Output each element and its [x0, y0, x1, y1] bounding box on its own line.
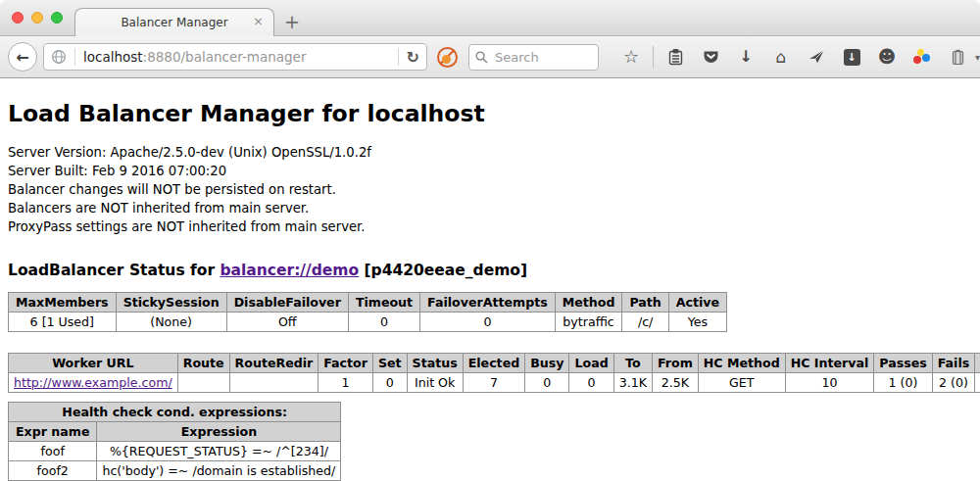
table-row: 6 [1 Used] (None) Off 0 0 bytraffic /c/ … — [9, 313, 727, 332]
data-cell: Init Ok — [407, 373, 463, 393]
header-cell: Passes — [874, 354, 932, 373]
worker-url-cell: http://www.example.com/ — [9, 373, 178, 393]
data-cell: 0 — [569, 373, 613, 393]
browser-window: Balancer Manager × + ← localhost:8880/ba… — [0, 0, 980, 481]
header-cell: FailoverAttempts — [420, 293, 556, 313]
data-cell: (None) — [116, 313, 226, 332]
data-cell: bytraffic — [555, 313, 622, 332]
titlebar: Balancer Manager × + — [0, 0, 980, 36]
header-cell: HC uri — [975, 354, 980, 373]
header-cell: Busy — [525, 354, 569, 373]
table-title-row: Health check cond. expressions: — [9, 403, 341, 422]
header-cell: Path — [622, 293, 668, 313]
close-window-button[interactable] — [12, 12, 24, 24]
expression-cell: hc('body') =~ /domain is established/ — [97, 461, 341, 481]
server-version-line: Server Version: Apache/2.5.0-dev (Unix) … — [8, 143, 972, 162]
data-cell — [229, 373, 318, 393]
urlbar-divider — [398, 48, 399, 66]
url-bar[interactable]: localhost:8880/balancer-manager ↻ — [43, 43, 427, 71]
home-icon[interactable]: ⌂ — [770, 49, 792, 66]
pocket-icon[interactable] — [700, 49, 721, 65]
chevron-down-icon[interactable]: ▾ — [975, 52, 980, 63]
header-cell: Expr name — [9, 422, 97, 442]
table-row: foof %{REQUEST_STATUS} =~ /^[234]/ — [9, 442, 341, 461]
health-check-table: Health check cond. expressions: Expr nam… — [8, 402, 341, 481]
data-cell: GET — [698, 373, 785, 393]
status-heading-prefix: LoadBalancer Status for — [8, 262, 220, 279]
back-button[interactable]: ← — [8, 42, 37, 72]
feedback-smiley-icon[interactable]: ☻ — [876, 48, 898, 66]
loadbalancer-status-heading: LoadBalancer Status for balancer://demo … — [8, 262, 972, 279]
data-cell: 1 — [318, 373, 373, 393]
search-input[interactable] — [493, 49, 581, 66]
inherit-notice-line: Balancers are NOT inherited from main se… — [8, 199, 972, 217]
status-heading-suffix: [p4420eeae_demo] — [359, 262, 527, 279]
header-cell: Worker URL — [9, 354, 178, 373]
header-cell: HC Method — [698, 354, 785, 373]
header-cell: Elected — [463, 354, 525, 373]
header-cell: Set — [372, 354, 407, 373]
header-cell: From — [652, 354, 698, 373]
traffic-lights — [12, 12, 63, 24]
square-arrow-icon: ↓ — [844, 49, 860, 66]
header-cell: To — [613, 354, 652, 373]
navigation-toolbar: ← localhost:8880/balancer-manager ↻ — [0, 36, 980, 78]
session-manager-icon[interactable] — [947, 49, 968, 66]
header-cell: Method — [555, 293, 622, 313]
header-cell: MaxMembers — [9, 293, 117, 313]
data-cell: 7 — [463, 373, 525, 393]
table-header-row: Worker URL Route RouteRedir Factor Set S… — [9, 354, 980, 373]
page-content: Load Balancer Manager for localhost Serv… — [0, 78, 980, 481]
balancer-demo-link[interactable]: balancer://demo — [220, 262, 359, 279]
data-cell: 10 — [785, 373, 874, 393]
header-cell: Route — [177, 354, 229, 373]
data-cell: 2.5K — [652, 373, 698, 393]
plugin-blocked-icon[interactable] — [437, 47, 458, 68]
data-cell: 0 — [372, 373, 407, 393]
data-cell: 1 (0) — [874, 373, 932, 393]
server-info: Server Version: Apache/2.5.0-dev (Unix) … — [8, 143, 972, 236]
header-cell: Load — [569, 354, 613, 373]
downloads-icon[interactable]: ↓ — [735, 49, 757, 65]
data-cell: 3.1K — [613, 373, 652, 393]
search-icon — [475, 51, 488, 64]
toolbar-icons: ☆ ↓ ⌂ — [613, 46, 980, 68]
reload-icon[interactable]: ↻ — [407, 48, 419, 67]
colored-dots-extension-icon[interactable] — [911, 49, 933, 66]
tab-close-icon[interactable]: × — [253, 15, 264, 27]
bookmark-star-icon[interactable]: ☆ — [620, 48, 642, 66]
data-cell: /c/ — [622, 313, 668, 332]
worker-table: Worker URL Route RouteRedir Factor Set S… — [8, 353, 980, 393]
minimize-window-button[interactable] — [31, 12, 43, 24]
persist-notice-line: Balancer changes will NOT be persisted o… — [8, 180, 972, 199]
proxypass-notice-line: ProxyPass settings are NOT inherited fro… — [8, 217, 972, 236]
send-to-device-icon[interactable] — [806, 49, 827, 65]
header-cell: Factor — [318, 354, 373, 373]
data-cell — [177, 373, 229, 393]
reading-list-icon[interactable] — [664, 49, 686, 66]
data-cell: 0 — [525, 373, 569, 393]
zoom-window-button[interactable] — [51, 12, 63, 24]
data-cell: 0 — [348, 313, 419, 332]
tab-title: Balancer Manager — [121, 16, 227, 29]
table-row: foof2 hc('body') =~ /domain is establish… — [9, 461, 341, 481]
extension-download-icon[interactable]: ↓ — [841, 49, 862, 66]
search-bar[interactable] — [468, 44, 599, 71]
urlbar-divider — [74, 48, 75, 66]
header-cell: StickySession — [116, 293, 226, 313]
expr-name-cell: foof2 — [9, 461, 97, 481]
data-cell: Yes — [668, 313, 726, 332]
data-cell: 6 [1 Used] — [9, 313, 117, 332]
data-cell — [975, 373, 980, 393]
header-cell: Timeout — [348, 293, 419, 313]
header-cell: Active — [668, 293, 726, 313]
globe-icon — [51, 49, 67, 65]
health-table-title: Health check cond. expressions: — [9, 403, 341, 422]
new-tab-button[interactable]: + — [284, 13, 300, 31]
header-cell: DisableFailover — [226, 293, 348, 313]
table-header-row: Expr name Expression — [9, 422, 341, 442]
worker-url-link[interactable]: http://www.example.com/ — [14, 375, 172, 390]
header-cell: RouteRedir — [229, 354, 318, 373]
tab-balancer-manager[interactable]: Balancer Manager × — [74, 8, 274, 36]
server-built-line: Server Built: Feb 9 2016 07:00:20 — [8, 162, 972, 180]
